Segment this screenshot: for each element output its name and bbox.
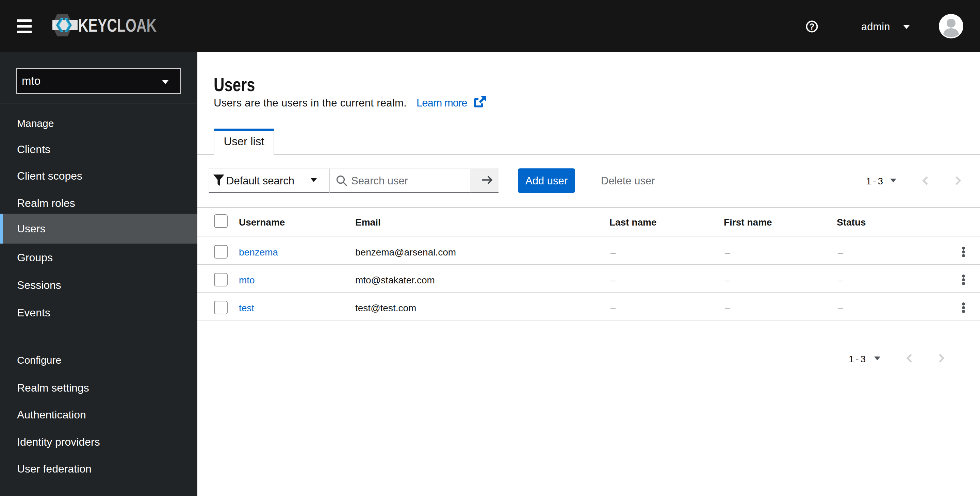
svg-text:?: ? [809,22,814,31]
svg-text:KEYCLOAK: KEYCLOAK [78,15,157,36]
